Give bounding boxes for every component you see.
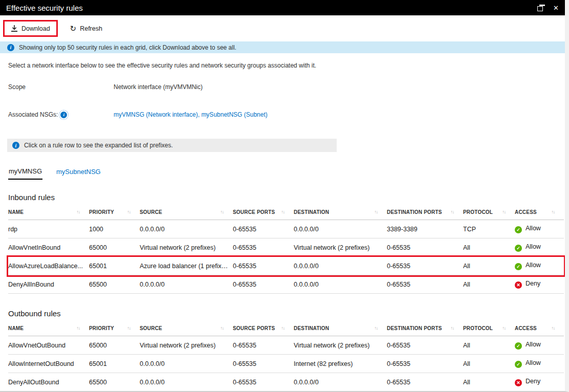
window-controls: ✕ bbox=[537, 5, 559, 11]
tab-mysubnetnsg[interactable]: mySubnetNSG bbox=[56, 165, 101, 180]
refresh-button[interactable]: ↻ Refresh bbox=[66, 22, 106, 35]
column-label: DESTINATION bbox=[294, 325, 329, 331]
column-label: DESTINATION bbox=[294, 209, 329, 215]
rule-row[interactable]: AllowVnetInBound65000Virtual network (2 … bbox=[8, 238, 564, 257]
download-icon bbox=[11, 25, 18, 32]
cell-access: ✓Allow bbox=[515, 257, 564, 275]
deny-icon: ✕ bbox=[515, 379, 522, 386]
column-header-source[interactable]: ↑↓SOURCE bbox=[140, 205, 233, 220]
sort-icon[interactable]: ↑↓ bbox=[281, 325, 285, 331]
column-header-destination[interactable]: ↑↓DESTINATION bbox=[294, 321, 387, 336]
nsg-link-mysubnetnsg[interactable]: mySubnetNSG (Subnet) bbox=[201, 111, 267, 118]
sort-icon[interactable]: ↑↓ bbox=[451, 209, 454, 214]
sort-icon[interactable]: ↑↓ bbox=[281, 209, 285, 214]
cell-source: 0.0.0.0/0 bbox=[140, 373, 233, 391]
inbound-rules-title: Inbound rules bbox=[8, 193, 557, 202]
rule-row[interactable]: rdp10000.0.0.0/00-655350.0.0.0/03389-338… bbox=[8, 220, 564, 238]
sort-icon[interactable]: ↑↓ bbox=[77, 325, 80, 331]
cell-destination-ports: 0-65535 bbox=[387, 238, 463, 257]
rule-row[interactable]: DenyAllOutBound655000.0.0.0/00-655350.0.… bbox=[8, 373, 564, 391]
access-label: Allow bbox=[526, 225, 541, 232]
allow-icon: ✓ bbox=[515, 361, 522, 368]
access-label: Deny bbox=[526, 280, 540, 287]
close-icon[interactable]: ✕ bbox=[553, 5, 559, 11]
column-header-name[interactable]: ↑↓NAME bbox=[8, 205, 89, 220]
column-label: SOURCE PORTS bbox=[233, 325, 275, 331]
sort-icon[interactable]: ↑↓ bbox=[375, 209, 378, 214]
cell-protocol: All bbox=[463, 257, 515, 275]
deny-icon: ✕ bbox=[515, 281, 522, 289]
rule-row-hint-bar: i Click on a rule row to see the expande… bbox=[7, 139, 337, 152]
access-label: Allow bbox=[526, 262, 541, 269]
allow-icon: ✓ bbox=[515, 226, 522, 233]
access-label: Allow bbox=[526, 243, 541, 250]
effective-security-rules-blade: Effective security rules ✕ bbox=[0, 0, 569, 392]
cell-source-ports: 0-65535 bbox=[233, 275, 294, 294]
cell-protocol: All bbox=[463, 336, 515, 355]
restore-window-icon[interactable] bbox=[537, 5, 545, 11]
sort-icon[interactable]: ↑↓ bbox=[221, 325, 224, 331]
cell-destination: 0.0.0.0/0 bbox=[294, 373, 387, 391]
cell-destination-ports: 0-65535 bbox=[387, 373, 463, 391]
column-header-priority[interactable]: ↑↓PRIORITY bbox=[89, 321, 140, 336]
table-header-row: ↑↓NAME↑↓PRIORITY↑↓SOURCE↑↓SOURCE PORTS↑↓… bbox=[8, 321, 564, 336]
cell-destination: Virtual network (2 prefixes) bbox=[294, 238, 387, 257]
column-header-priority[interactable]: ↑↓PRIORITY bbox=[89, 205, 140, 220]
cell-destination-ports: 3389-3389 bbox=[387, 220, 463, 238]
sort-icon[interactable]: ↑↓ bbox=[127, 325, 131, 331]
outbound-rules-title: Outbound rules bbox=[8, 309, 557, 318]
sort-icon[interactable]: ↑↓ bbox=[502, 325, 506, 331]
cell-priority: 65500 bbox=[89, 373, 140, 391]
info-icon: i bbox=[12, 142, 19, 149]
rule-row[interactable]: DenyAllInBound655000.0.0.0/00-655350.0.0… bbox=[8, 275, 564, 294]
cell-source: Virtual network (2 prefixes) bbox=[140, 336, 233, 355]
column-header-protocol[interactable]: ↑↓PROTOCOL bbox=[463, 205, 515, 220]
intro-text: Select a network interface below to see … bbox=[8, 62, 557, 69]
nsg-link-myvmnsg[interactable]: myVMNSG (Network interface) bbox=[114, 111, 198, 118]
sort-icon[interactable]: ↑↓ bbox=[502, 209, 506, 214]
scope-row: Scope Network interface (myVMVMNic) bbox=[8, 83, 557, 91]
refresh-label: Refresh bbox=[80, 25, 102, 32]
tab-myvmnsg[interactable]: myVMNSG bbox=[8, 165, 42, 180]
column-header-destination-ports[interactable]: ↑↓DESTINATION PORTS bbox=[387, 205, 463, 220]
cell-name: AllowInternetOutBound bbox=[8, 355, 89, 373]
column-header-source-ports[interactable]: ↑↓SOURCE PORTS bbox=[233, 205, 294, 220]
sort-icon[interactable]: ↑↓ bbox=[127, 209, 131, 214]
access-label: Allow bbox=[526, 341, 541, 348]
sort-icon[interactable]: ↑↓ bbox=[221, 209, 224, 214]
column-header-source-ports[interactable]: ↑↓SOURCE PORTS bbox=[233, 321, 294, 336]
info-icon: i bbox=[7, 44, 14, 51]
top50-info-banner: i Showing only top 50 security rules in … bbox=[0, 41, 565, 53]
column-header-destination[interactable]: ↑↓DESTINATION bbox=[294, 205, 387, 220]
cell-protocol: All bbox=[463, 373, 515, 391]
cell-source: 0.0.0.0/0 bbox=[140, 275, 233, 294]
download-label: Download bbox=[21, 25, 50, 32]
table-header-row: ↑↓NAME↑↓PRIORITY↑↓SOURCE↑↓SOURCE PORTS↑↓… bbox=[8, 205, 564, 220]
rule-row[interactable]: AllowVnetOutBound65000Virtual network (2… bbox=[8, 336, 564, 355]
info-tooltip-icon[interactable]: i bbox=[60, 112, 67, 118]
cell-destination: Virtual network (2 prefixes) bbox=[294, 336, 387, 355]
rule-row[interactable]: AllowAzureLoadBalance...65001Azure load … bbox=[8, 257, 564, 275]
cell-name: AllowAzureLoadBalance... bbox=[8, 257, 89, 275]
column-header-name[interactable]: ↑↓NAME bbox=[8, 321, 89, 336]
cell-source: Virtual network (2 prefixes) bbox=[140, 238, 233, 257]
sort-icon[interactable]: ↑↓ bbox=[451, 325, 454, 331]
rule-row[interactable]: AllowInternetOutBound650010.0.0.0/00-655… bbox=[8, 355, 564, 373]
cell-protocol: All bbox=[463, 355, 515, 373]
cell-priority: 1000 bbox=[89, 220, 140, 238]
cell-source-ports: 0-65535 bbox=[233, 257, 294, 275]
cell-name: DenyAllOutBound bbox=[8, 373, 89, 391]
associated-nsgs-value: myVMNSG (Network interface), mySubnetNSG… bbox=[114, 111, 268, 118]
cell-source-ports: 0-65535 bbox=[233, 373, 294, 391]
sort-icon[interactable]: ↑↓ bbox=[552, 325, 555, 331]
column-header-protocol[interactable]: ↑↓PROTOCOL bbox=[463, 321, 515, 336]
column-header-source[interactable]: ↑↓SOURCE bbox=[140, 321, 233, 336]
sort-icon[interactable]: ↑↓ bbox=[375, 325, 378, 331]
sort-icon[interactable]: ↑↓ bbox=[77, 209, 80, 214]
download-button[interactable]: Download bbox=[7, 22, 54, 35]
sort-icon[interactable]: ↑↓ bbox=[552, 209, 555, 214]
column-header-access[interactable]: ↑↓ACCESS bbox=[515, 205, 564, 220]
column-header-access[interactable]: ↑↓ACCESS bbox=[515, 321, 564, 336]
cell-source-ports: 0-65535 bbox=[233, 238, 294, 257]
column-header-destination-ports[interactable]: ↑↓DESTINATION PORTS bbox=[387, 321, 463, 336]
